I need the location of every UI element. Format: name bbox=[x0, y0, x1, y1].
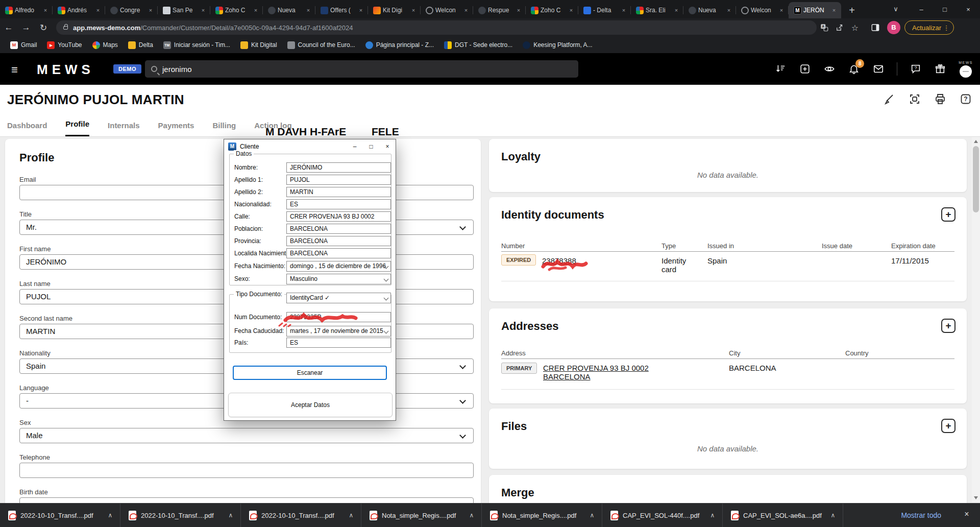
share-icon[interactable] bbox=[832, 20, 847, 35]
chevron-up-icon[interactable]: ∧ bbox=[828, 512, 838, 519]
chevron-up-icon[interactable]: ∧ bbox=[226, 512, 235, 519]
tab-billing[interactable]: Billing bbox=[212, 121, 236, 136]
browser-tab[interactable]: Welcon× bbox=[736, 2, 789, 18]
browser-tab[interactable]: Alfredo× bbox=[0, 2, 53, 18]
escanear-button[interactable]: Escanear bbox=[233, 366, 387, 380]
nombre-input[interactable]: JERÓNIMO bbox=[286, 162, 391, 173]
bookmark-item[interactable]: Página principal - Z... bbox=[361, 40, 438, 51]
add-address-button[interactable]: + bbox=[941, 319, 955, 333]
download-item[interactable]: 2022-10-10_Transf....pdf∧ bbox=[120, 504, 241, 527]
window-maximize-button[interactable]: □ bbox=[933, 6, 957, 13]
scroll-up-icon[interactable] bbox=[974, 140, 978, 143]
poblacion-input[interactable]: BARCELONA bbox=[286, 224, 391, 234]
provincia-input[interactable]: BARCELONA bbox=[286, 236, 391, 246]
gift-icon[interactable] bbox=[934, 63, 946, 75]
tab-close-icon[interactable]: × bbox=[304, 6, 312, 14]
tab-close-icon[interactable]: × bbox=[777, 6, 786, 14]
bookmark-item[interactable]: Kit Digital bbox=[236, 40, 281, 51]
scan-id-icon[interactable] bbox=[909, 93, 921, 107]
add-identity-document-button[interactable]: + bbox=[941, 207, 955, 222]
calle-input[interactable]: CRER PROVENJA 93 BJ 0002 bbox=[286, 211, 391, 222]
chevron-up-icon[interactable]: ∧ bbox=[106, 512, 115, 519]
address-bar[interactable]: app.mews-demo.com/Commander/Customer/Det… bbox=[56, 20, 817, 35]
help-icon[interactable]: ? bbox=[960, 93, 972, 107]
download-item[interactable]: CAP_EVI_SOL-440f....pdf∧ bbox=[602, 504, 723, 527]
window-minimize-button[interactable]: – bbox=[910, 6, 933, 13]
bookmark-item[interactable]: ▶YouTube bbox=[43, 40, 86, 51]
bookmark-item[interactable]: MGmail bbox=[6, 40, 41, 51]
tab-close-icon[interactable]: × bbox=[357, 6, 365, 14]
tab-close-icon[interactable]: × bbox=[41, 6, 50, 14]
eye-icon[interactable] bbox=[823, 63, 836, 75]
nacionalidad-input[interactable]: ES bbox=[286, 199, 391, 209]
browser-tab[interactable]: Zoho C× bbox=[210, 2, 263, 18]
update-chrome-button[interactable]: Actualizar⋮ bbox=[904, 20, 954, 35]
browser-tab[interactable]: Nueva× bbox=[683, 2, 736, 18]
print-icon[interactable] bbox=[934, 93, 946, 107]
fecha-caducidad-select[interactable]: martes , 17 de noviembre de 2015 bbox=[286, 326, 391, 337]
sex-select[interactable]: Male bbox=[19, 428, 474, 443]
scroll-down-icon[interactable] bbox=[974, 496, 978, 499]
notifications-bell-icon[interactable]: 8 bbox=[848, 63, 860, 75]
new-tab-button[interactable]: + bbox=[844, 3, 860, 18]
priority-sort-icon[interactable] bbox=[774, 63, 787, 75]
tab-close-icon[interactable]: × bbox=[146, 6, 155, 14]
tab-profile[interactable]: Profile bbox=[65, 119, 89, 136]
browser-tab[interactable]: Congre× bbox=[105, 2, 158, 18]
browser-tab[interactable]: Offers (× bbox=[315, 2, 368, 18]
tab-close-icon[interactable]: × bbox=[620, 6, 628, 14]
tab-close-icon[interactable]: × bbox=[252, 6, 260, 14]
tab-payments[interactable]: Payments bbox=[158, 121, 194, 136]
chevron-up-icon[interactable]: ∧ bbox=[467, 512, 476, 519]
chevron-up-icon[interactable]: ∧ bbox=[347, 512, 356, 519]
browser-menu-icon[interactable]: ⋮ bbox=[941, 24, 951, 32]
browser-tab[interactable]: Respue× bbox=[473, 2, 526, 18]
bookmark-item[interactable]: TMIniciar sesión - Tim... bbox=[159, 40, 234, 51]
bookmark-item[interactable]: DGT - Sede electro... bbox=[440, 40, 517, 51]
num-documento-input[interactable]: 23879335P bbox=[286, 312, 391, 322]
global-search-input[interactable]: jeronimo bbox=[145, 60, 578, 78]
browser-tab[interactable]: Andrés× bbox=[53, 2, 105, 18]
chevron-up-icon[interactable]: ∧ bbox=[587, 512, 597, 519]
page-scrollbar[interactable] bbox=[972, 137, 980, 502]
sexo-select[interactable]: Masculino bbox=[286, 274, 391, 284]
tab-dashboard[interactable]: Dashboard bbox=[7, 121, 47, 136]
browser-tab[interactable]: Sra. Eli× bbox=[631, 2, 683, 18]
address-link[interactable]: CRER PROVENJA 93 BJ 0002BARCELONA bbox=[543, 364, 649, 381]
tab-close-icon[interactable]: × bbox=[94, 6, 102, 14]
tab-internals[interactable]: Internals bbox=[108, 121, 140, 136]
browser-profile-avatar[interactable]: B bbox=[887, 21, 900, 34]
window-close-button[interactable]: × bbox=[957, 6, 980, 13]
bookmark-star-icon[interactable]: ☆ bbox=[847, 20, 863, 35]
browser-tab[interactable]: Kit Digi× bbox=[368, 2, 421, 18]
tab-close-icon[interactable]: × bbox=[199, 6, 207, 14]
browser-tab[interactable]: Welcon× bbox=[421, 2, 473, 18]
apellido2-input[interactable]: MARTIN bbox=[286, 187, 391, 197]
download-item[interactable]: CAP_EVI_SOL-ae6a....pdf∧ bbox=[723, 504, 843, 527]
tab-search-icon[interactable]: ∨ bbox=[888, 0, 903, 18]
bookmark-item[interactable]: Maps bbox=[88, 40, 122, 51]
tab-close-icon[interactable]: × bbox=[830, 6, 838, 14]
account-menu[interactable]: MEWS bbox=[959, 61, 973, 78]
reload-button[interactable]: ↻ bbox=[35, 22, 52, 33]
tab-close-icon[interactable]: × bbox=[462, 6, 470, 14]
browser-tab[interactable]: - Delta× bbox=[578, 2, 631, 18]
fecha-nacimiento-select[interactable]: domingo , 15 de diciembre de 1996 bbox=[286, 261, 391, 272]
help-chat-icon[interactable]: ? bbox=[910, 63, 922, 75]
tab-close-icon[interactable]: × bbox=[725, 6, 733, 14]
pais-input[interactable]: ES bbox=[286, 338, 391, 348]
dialog-maximize-button[interactable]: □ bbox=[363, 139, 379, 154]
apellido1-input[interactable]: PUJOL bbox=[286, 175, 391, 185]
download-item[interactable]: 2022-10-10_Transf....pdf∧ bbox=[0, 504, 120, 527]
aceptar-datos-button[interactable]: Aceptar Datos bbox=[228, 393, 393, 417]
scrollbar-thumb[interactable] bbox=[973, 146, 979, 212]
telephone-field[interactable] bbox=[19, 463, 474, 478]
tab-close-icon[interactable]: × bbox=[514, 6, 523, 14]
downloads-close-icon[interactable]: × bbox=[961, 510, 973, 519]
tab-close-icon[interactable]: × bbox=[672, 6, 680, 14]
document-number-link[interactable]: 23878388 bbox=[542, 256, 576, 265]
localida-nacimiento-input[interactable]: BARCELONA bbox=[286, 248, 391, 258]
download-item[interactable]: Nota_simple_Regis....pdf∧ bbox=[482, 504, 602, 527]
dialog-close-button[interactable]: × bbox=[379, 139, 396, 154]
bookmark-item[interactable]: Council of the Euro... bbox=[283, 40, 359, 51]
